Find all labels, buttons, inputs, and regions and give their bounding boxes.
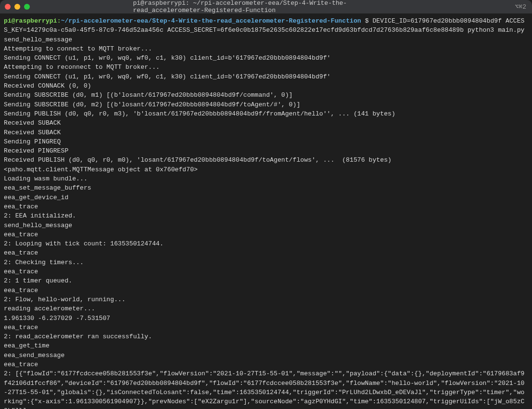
terminal-body[interactable]: pi@raspberrypi:~/rpi-accelerometer-eea/S… — [0, 13, 532, 409]
prompt-dollar: $ — [361, 17, 373, 25]
window-title: pi@raspberrypi: ~/rpi-accelerometer-eea/… — [133, 0, 399, 14]
traffic-lights — [5, 4, 30, 10]
prompt-separator: : — [57, 17, 61, 25]
prompt-path: ~/rpi-accelerometer-eea/Step-4-Write-the… — [61, 17, 361, 25]
minimize-button[interactable] — [14, 4, 20, 10]
titlebar: pi@raspberrypi: ~/rpi-accelerometer-eea/… — [0, 0, 532, 13]
prompt-user-host: pi@raspberrypi — [4, 17, 57, 25]
maximize-button[interactable] — [24, 4, 30, 10]
close-button[interactable] — [5, 4, 11, 10]
tab-indicator: ⌥⌘2 — [515, 3, 526, 11]
output-container: send_hello_message Attempting to connect… — [4, 36, 524, 409]
